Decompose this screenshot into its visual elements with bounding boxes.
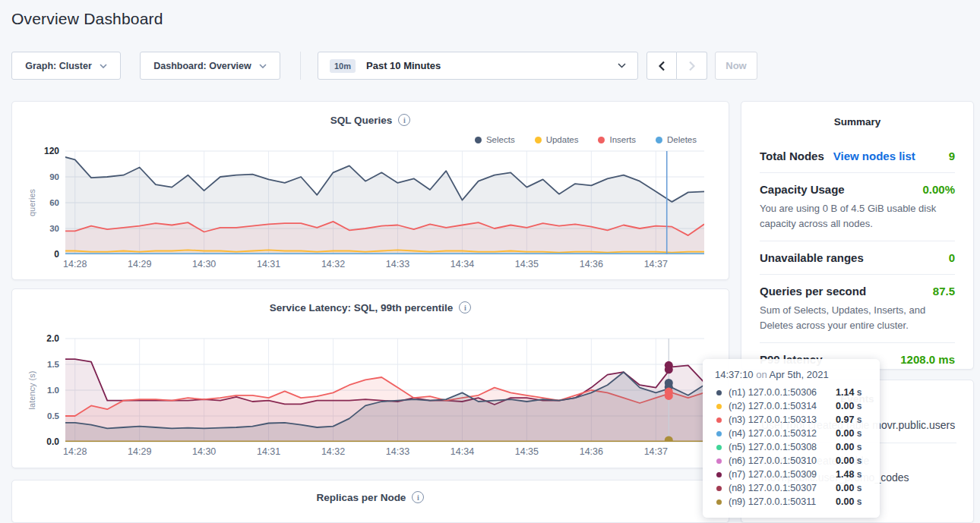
qps-value: 87.5 <box>933 285 955 298</box>
svg-text:120: 120 <box>44 146 59 156</box>
node-latency-value: 0.97 s <box>836 414 862 425</box>
node-latency-value: 0.00 s <box>836 455 862 466</box>
svg-text:2.0: 2.0 <box>46 333 59 344</box>
now-button[interactable]: Now <box>715 52 757 80</box>
tooltip-on-word: on <box>756 369 767 380</box>
capacity-desc: You are using 0 B of 4.5 GiB usable disk… <box>760 201 955 231</box>
chart-title: Replicas per Node <box>317 492 406 503</box>
tooltip-node-row: (n3) 127.0.0.1:503130.97 s <box>715 413 868 427</box>
summary-row-qps: Queries per second 87.5 Sum of Selects, … <box>760 274 955 342</box>
time-forward-button[interactable] <box>677 52 707 80</box>
p99-latency-value: 1208.0 ms <box>900 353 955 366</box>
tooltip-time: 14:37:10 <box>715 369 754 380</box>
node-color-dot <box>716 445 722 450</box>
summary-body: Total Nodes View nodes list 9 Capacity U… <box>741 128 973 376</box>
tooltip-node-row: (n1) 127.0.0.1:503061.14 s <box>715 386 868 399</box>
svg-text:14:30: 14:30 <box>192 259 216 269</box>
svg-text:queries: queries <box>27 188 36 216</box>
capacity-value: 0.00% <box>922 183 955 196</box>
svg-text:14:29: 14:29 <box>128 259 151 269</box>
summary-panel: Summary Total Nodes View nodes list 9 Ca… <box>741 101 974 370</box>
dashboard-dropdown-label: Dashboard: Overview <box>153 61 251 71</box>
qps-label: Queries per second <box>760 285 866 298</box>
graph-dropdown[interactable]: Graph: Cluster <box>11 52 121 80</box>
node-address: (n8) 127.0.0.1:50307 <box>729 483 836 493</box>
time-range-selector[interactable]: 10m Past 10 Minutes <box>318 52 638 80</box>
graph-dropdown-label: Graph: Cluster <box>25 61 92 71</box>
summary-row-unavailable: Unavailable ranges 0 <box>760 241 955 274</box>
hover-tooltip: 14:37:10 on Apr 5th, 2021 (n1) 127.0.0.1… <box>703 359 880 518</box>
time-back-button[interactable] <box>646 52 677 80</box>
service-latency-card: Service Latency: SQL, 99th percentile i … <box>11 288 729 468</box>
svg-text:14:36: 14:36 <box>580 446 603 457</box>
svg-text:latency (s): latency (s) <box>27 371 36 410</box>
node-latency-value: 0.00 s <box>836 483 862 493</box>
svg-text:1.5: 1.5 <box>47 360 60 369</box>
svg-text:14:34: 14:34 <box>450 259 474 269</box>
sql-queries-card: SQL Queries i SelectsUpdatesInsertsDelet… <box>11 101 729 280</box>
svg-text:14:35: 14:35 <box>515 446 539 457</box>
svg-text:14:33: 14:33 <box>386 446 409 457</box>
tooltip-node-row: (n7) 127.0.0.1:503091.48 s <box>715 468 868 481</box>
summary-row-total-nodes: Total Nodes View nodes list 9 <box>760 140 955 172</box>
time-range-label: Past 10 Minutes <box>366 60 618 71</box>
total-nodes-value: 9 <box>949 150 955 162</box>
dashboard-controls: Graph: Cluster Dashboard: Overview 10m P… <box>11 52 757 80</box>
node-latency-value: 1.48 s <box>836 469 862 480</box>
info-icon[interactable]: i <box>398 114 410 126</box>
info-icon[interactable]: i <box>459 301 471 313</box>
node-latency-value: 0.00 s <box>836 401 862 411</box>
svg-text:0.5: 0.5 <box>47 411 60 421</box>
node-latency-value: 0.00 s <box>836 442 862 452</box>
chevron-down-icon <box>259 64 267 68</box>
svg-text:14:31: 14:31 <box>257 446 280 457</box>
page-title: Overview Dashboard <box>11 10 163 28</box>
legend-dot <box>656 137 662 143</box>
chart-title: Service Latency: SQL, 99th percentile <box>270 302 454 313</box>
legend-dot <box>598 137 605 143</box>
node-color-dot <box>716 458 722 464</box>
overview-dashboard-page: Overview Dashboard Graph: Cluster Dashbo… <box>0 0 980 523</box>
tooltip-node-row: (n5) 127.0.0.1:503080.00 s <box>715 440 868 454</box>
svg-text:0: 0 <box>54 249 59 260</box>
sql-queries-chart[interactable]: 030609012014:2814:2914:3014:3114:3214:33… <box>26 143 713 271</box>
node-address: (n5) 127.0.0.1:50308 <box>729 442 836 452</box>
info-icon[interactable]: i <box>412 491 424 503</box>
node-address: (n2) 127.0.0.1:50314 <box>729 401 836 411</box>
node-color-dot <box>716 390 722 395</box>
replicas-header: Replicas per Node i <box>12 491 729 503</box>
svg-text:14:31: 14:31 <box>257 259 280 269</box>
node-color-dot <box>716 431 722 436</box>
svg-text:30: 30 <box>49 224 59 233</box>
svg-text:90: 90 <box>49 172 59 181</box>
node-color-dot <box>716 499 722 505</box>
svg-text:14:33: 14:33 <box>386 259 409 269</box>
summary-heading: Summary <box>741 102 973 128</box>
sql-queries-header: SQL Queries i <box>12 114 729 126</box>
svg-text:14:37: 14:37 <box>644 446 668 457</box>
unavailable-ranges-value: 0 <box>949 251 955 264</box>
node-address: (n3) 127.0.0.1:50313 <box>729 414 836 425</box>
hover-tooltip-rows: (n1) 127.0.0.1:503061.14 s(n2) 127.0.0.1… <box>715 386 868 509</box>
toolbar-divider <box>300 52 301 80</box>
tooltip-node-row: (n8) 127.0.0.1:503070.00 s <box>715 481 868 495</box>
chevron-right-icon <box>688 61 695 71</box>
node-color-dot <box>716 417 722 423</box>
tooltip-date: Apr 5th, 2021 <box>770 369 829 380</box>
service-latency-chart[interactable]: 0.00.51.01.52.014:2814:2914:3014:3114:32… <box>26 331 713 458</box>
legend-dot <box>475 137 482 143</box>
node-address: (n7) 127.0.0.1:50309 <box>729 469 836 480</box>
legend-dot <box>535 137 542 143</box>
node-address: (n4) 127.0.0.1:50312 <box>729 428 836 439</box>
svg-text:14:34: 14:34 <box>450 446 474 457</box>
qps-desc: Sum of Selects, Updates, Inserts, and De… <box>760 303 955 332</box>
svg-text:14:28: 14:28 <box>63 259 87 269</box>
tooltip-node-row: (n2) 127.0.0.1:503140.00 s <box>715 399 868 413</box>
node-address: (n1) 127.0.0.1:50306 <box>729 387 836 398</box>
tooltip-node-row: (n9) 127.0.0.1:503110.00 s <box>715 495 868 509</box>
svg-text:14:29: 14:29 <box>128 446 151 457</box>
summary-row-capacity: Capacity Usage 0.00% You are using 0 B o… <box>760 172 955 241</box>
dashboard-dropdown[interactable]: Dashboard: Overview <box>140 52 280 80</box>
view-nodes-list-link[interactable]: View nodes list <box>833 150 915 162</box>
svg-text:14:28: 14:28 <box>63 446 87 457</box>
